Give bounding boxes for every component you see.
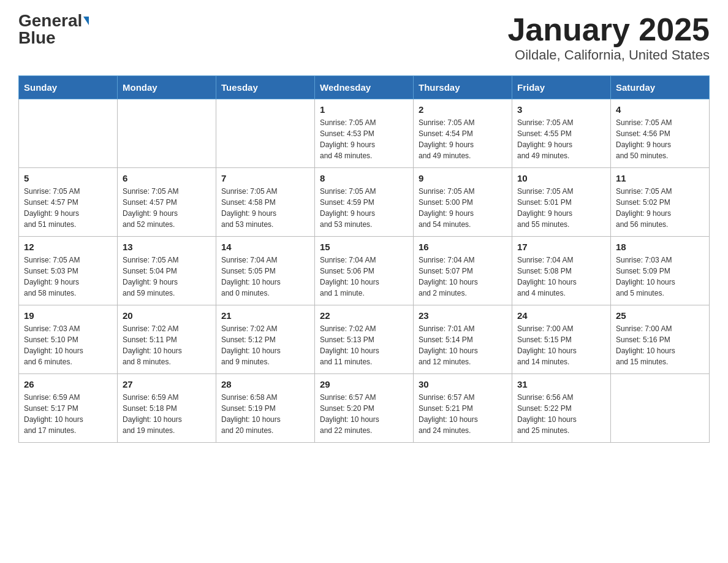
day-info: Sunrise: 7:05 AMSunset: 5:03 PMDaylight:…: [24, 255, 112, 299]
calendar-day-cell: 6Sunrise: 7:05 AMSunset: 4:57 PMDaylight…: [118, 168, 216, 237]
day-number: 31: [517, 379, 605, 389]
day-info: Sunrise: 7:05 AMSunset: 4:59 PMDaylight:…: [320, 186, 408, 230]
calendar-week-row: 19Sunrise: 7:03 AMSunset: 5:10 PMDayligh…: [19, 305, 710, 374]
day-info: Sunrise: 6:59 AMSunset: 5:17 PMDaylight:…: [24, 392, 112, 436]
day-info: Sunrise: 7:05 AMSunset: 5:00 PMDaylight:…: [419, 186, 507, 230]
calendar-day-cell: 1Sunrise: 7:05 AMSunset: 4:53 PMDaylight…: [315, 99, 414, 168]
day-number: 9: [419, 173, 507, 183]
day-number: 11: [616, 173, 704, 183]
day-info: Sunrise: 6:57 AMSunset: 5:20 PMDaylight:…: [320, 392, 408, 436]
day-number: 4: [616, 104, 704, 115]
calendar-day-cell: 5Sunrise: 7:05 AMSunset: 4:57 PMDaylight…: [19, 168, 118, 237]
calendar-day-cell: 16Sunrise: 7:04 AMSunset: 5:07 PMDayligh…: [414, 237, 512, 305]
day-info: Sunrise: 6:57 AMSunset: 5:21 PMDaylight:…: [419, 392, 507, 436]
calendar-title: January 2025: [507, 12, 710, 47]
day-info: Sunrise: 7:05 AMSunset: 4:53 PMDaylight:…: [320, 117, 408, 161]
calendar-day-cell: 22Sunrise: 7:02 AMSunset: 5:13 PMDayligh…: [315, 305, 414, 374]
page-header: General Blue January 2025 Oildale, Calif…: [18, 12, 710, 63]
calendar-day-cell: 30Sunrise: 6:57 AMSunset: 5:21 PMDayligh…: [414, 374, 512, 443]
calendar-day-cell: 7Sunrise: 7:05 AMSunset: 4:58 PMDaylight…: [216, 168, 315, 237]
day-number: 24: [517, 310, 605, 321]
day-number: 1: [320, 104, 408, 115]
calendar-subtitle: Oildale, California, United States: [507, 47, 710, 63]
day-number: 27: [123, 379, 211, 389]
day-number: 28: [221, 379, 309, 389]
calendar-week-row: 1Sunrise: 7:05 AMSunset: 4:53 PMDaylight…: [19, 99, 710, 168]
calendar-day-cell: 18Sunrise: 7:03 AMSunset: 5:09 PMDayligh…: [611, 237, 710, 305]
day-info: Sunrise: 7:01 AMSunset: 5:14 PMDaylight:…: [419, 323, 507, 367]
calendar-day-cell: [118, 99, 216, 168]
day-number: 19: [24, 310, 112, 321]
day-of-week-header: Monday: [118, 76, 216, 99]
calendar-day-cell: 12Sunrise: 7:05 AMSunset: 5:03 PMDayligh…: [19, 237, 118, 305]
day-info: Sunrise: 7:05 AMSunset: 4:54 PMDaylight:…: [419, 117, 507, 161]
calendar-day-cell: 14Sunrise: 7:04 AMSunset: 5:05 PMDayligh…: [216, 237, 315, 305]
calendar-table: SundayMondayTuesdayWednesdayThursdayFrid…: [18, 75, 710, 443]
calendar-day-cell: 26Sunrise: 6:59 AMSunset: 5:17 PMDayligh…: [19, 374, 118, 443]
day-number: 18: [616, 242, 704, 252]
day-number: 26: [24, 379, 112, 389]
day-number: 14: [221, 242, 309, 252]
day-of-week-header: Saturday: [611, 76, 710, 99]
day-number: 5: [24, 173, 112, 183]
day-info: Sunrise: 7:03 AMSunset: 5:09 PMDaylight:…: [616, 255, 704, 299]
day-info: Sunrise: 7:04 AMSunset: 5:06 PMDaylight:…: [320, 255, 408, 299]
calendar-day-cell: 2Sunrise: 7:05 AMSunset: 4:54 PMDaylight…: [414, 99, 512, 168]
day-number: 17: [517, 242, 605, 252]
day-number: 20: [123, 310, 211, 321]
day-number: 23: [419, 310, 507, 321]
calendar-day-cell: 21Sunrise: 7:02 AMSunset: 5:12 PMDayligh…: [216, 305, 315, 374]
calendar-day-cell: 28Sunrise: 6:58 AMSunset: 5:19 PMDayligh…: [216, 374, 315, 443]
calendar-week-row: 5Sunrise: 7:05 AMSunset: 4:57 PMDaylight…: [19, 168, 710, 237]
day-info: Sunrise: 7:05 AMSunset: 4:57 PMDaylight:…: [123, 186, 211, 230]
day-number: 13: [123, 242, 211, 252]
day-number: 2: [419, 104, 507, 115]
day-info: Sunrise: 7:05 AMSunset: 5:01 PMDaylight:…: [517, 186, 605, 230]
day-info: Sunrise: 7:02 AMSunset: 5:11 PMDaylight:…: [123, 323, 211, 367]
logo-text-general: General: [18, 12, 82, 29]
day-info: Sunrise: 7:05 AMSunset: 4:56 PMDaylight:…: [616, 117, 704, 161]
day-number: 8: [320, 173, 408, 183]
day-number: 15: [320, 242, 408, 252]
calendar-day-cell: 11Sunrise: 7:05 AMSunset: 5:02 PMDayligh…: [611, 168, 710, 237]
day-number: 3: [517, 104, 605, 115]
day-of-week-header: Thursday: [414, 76, 512, 99]
day-info: Sunrise: 7:05 AMSunset: 4:58 PMDaylight:…: [221, 186, 309, 230]
calendar-day-cell: [19, 99, 118, 168]
day-info: Sunrise: 7:02 AMSunset: 5:13 PMDaylight:…: [320, 323, 408, 367]
day-of-week-header: Friday: [512, 76, 611, 99]
calendar-day-cell: [216, 99, 315, 168]
day-info: Sunrise: 7:05 AMSunset: 4:57 PMDaylight:…: [24, 186, 112, 230]
calendar-day-cell: 3Sunrise: 7:05 AMSunset: 4:55 PMDaylight…: [512, 99, 611, 168]
day-of-week-header: Wednesday: [315, 76, 414, 99]
calendar-day-cell: 15Sunrise: 7:04 AMSunset: 5:06 PMDayligh…: [315, 237, 414, 305]
calendar-day-cell: 20Sunrise: 7:02 AMSunset: 5:11 PMDayligh…: [118, 305, 216, 374]
day-number: 16: [419, 242, 507, 252]
logo-text-blue: Blue: [18, 28, 56, 47]
calendar-week-row: 26Sunrise: 6:59 AMSunset: 5:17 PMDayligh…: [19, 374, 710, 443]
day-info: Sunrise: 7:02 AMSunset: 5:12 PMDaylight:…: [221, 323, 309, 367]
calendar-day-cell: 29Sunrise: 6:57 AMSunset: 5:20 PMDayligh…: [315, 374, 414, 443]
calendar-day-cell: 23Sunrise: 7:01 AMSunset: 5:14 PMDayligh…: [414, 305, 512, 374]
day-info: Sunrise: 7:04 AMSunset: 5:08 PMDaylight:…: [517, 255, 605, 299]
day-number: 10: [517, 173, 605, 183]
day-number: 30: [419, 379, 507, 389]
day-of-week-header: Sunday: [19, 76, 118, 99]
calendar-body: 1Sunrise: 7:05 AMSunset: 4:53 PMDaylight…: [19, 99, 710, 443]
day-info: Sunrise: 6:56 AMSunset: 5:22 PMDaylight:…: [517, 392, 605, 436]
calendar-day-cell: 9Sunrise: 7:05 AMSunset: 5:00 PMDaylight…: [414, 168, 512, 237]
day-number: 12: [24, 242, 112, 252]
calendar-week-row: 12Sunrise: 7:05 AMSunset: 5:03 PMDayligh…: [19, 237, 710, 305]
days-of-week-row: SundayMondayTuesdayWednesdayThursdayFrid…: [19, 76, 710, 99]
calendar-day-cell: 8Sunrise: 7:05 AMSunset: 4:59 PMDaylight…: [315, 168, 414, 237]
day-number: 7: [221, 173, 309, 183]
calendar-day-cell: 25Sunrise: 7:00 AMSunset: 5:16 PMDayligh…: [611, 305, 710, 374]
calendar-day-cell: 24Sunrise: 7:00 AMSunset: 5:15 PMDayligh…: [512, 305, 611, 374]
day-number: 29: [320, 379, 408, 389]
day-info: Sunrise: 6:58 AMSunset: 5:19 PMDaylight:…: [221, 392, 309, 436]
day-info: Sunrise: 7:00 AMSunset: 5:16 PMDaylight:…: [616, 323, 704, 367]
calendar-day-cell: 10Sunrise: 7:05 AMSunset: 5:01 PMDayligh…: [512, 168, 611, 237]
title-block: January 2025 Oildale, California, United…: [507, 12, 710, 63]
calendar-day-cell: [611, 374, 710, 443]
day-info: Sunrise: 7:03 AMSunset: 5:10 PMDaylight:…: [24, 323, 112, 367]
